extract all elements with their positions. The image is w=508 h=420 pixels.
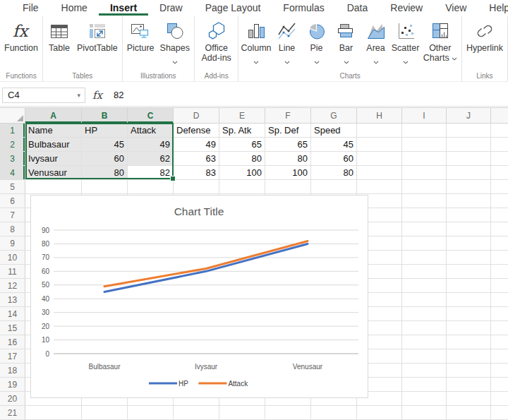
cell-a2[interactable]: Bulbasaur [25,138,82,152]
row-header-11[interactable]: 11 [0,265,25,279]
cell-partial-4[interactable] [491,166,508,180]
cell-j20[interactable] [447,392,491,406]
cell-h3[interactable] [357,152,402,166]
cell-j19[interactable] [447,378,491,392]
tab-data[interactable]: Data [336,1,380,16]
col-header-a[interactable]: A [25,108,82,124]
row-header-7[interactable]: 7 [0,208,25,222]
cell-b5[interactable] [82,180,128,194]
cell-j1[interactable] [447,124,491,138]
shapes-button[interactable]: Shapes [158,19,192,60]
cell-j11[interactable] [447,265,491,279]
table-button[interactable]: Table [45,19,73,54]
cell-partial-6[interactable] [491,194,508,208]
cell-f1[interactable]: Sp. Def [265,124,311,138]
embedded-chart[interactable]: Chart Title0102030405060708090BulbasaurI… [30,195,368,398]
row-header-8[interactable]: 8 [0,222,25,236]
cell-j17[interactable] [447,349,491,364]
tab-help[interactable]: Help [478,1,508,16]
cell-i3[interactable] [402,152,447,166]
cell-i15[interactable] [402,321,447,335]
column-button[interactable]: Column [241,19,271,60]
cell-e1[interactable]: Sp. Atk [219,124,265,138]
tab-page-layout[interactable]: Page Layout [194,1,272,16]
area-button[interactable]: Area [362,19,390,60]
cell-f5[interactable] [265,180,311,194]
row-header-3[interactable]: 3 [0,152,25,166]
tab-view[interactable]: View [434,1,478,16]
cell-j7[interactable] [447,208,491,222]
cell-a21[interactable] [25,406,82,420]
cell-partial-13[interactable] [491,293,508,307]
hyperlink-button[interactable]: Hyperlink [464,19,505,54]
cell-b1[interactable]: HP [82,124,128,138]
cell-a1[interactable]: Name [25,124,82,138]
cell-i14[interactable] [402,307,447,321]
cell-i7[interactable] [402,208,447,222]
cell-i20[interactable] [402,392,447,406]
cell-j16[interactable] [447,335,491,349]
tab-review[interactable]: Review [379,1,434,16]
tab-draw[interactable]: Draw [148,1,194,16]
cell-i16[interactable] [402,335,447,349]
cell-j15[interactable] [447,321,491,335]
cell-f4[interactable]: 100 [265,166,311,180]
cell-i4[interactable] [402,166,447,180]
cell-i1[interactable] [402,124,447,138]
cell-i17[interactable] [402,349,447,364]
cell-b21[interactable] [82,406,128,420]
row-header-21[interactable]: 21 [0,406,25,420]
cell-g4[interactable]: 80 [311,166,357,180]
cell-partial-12[interactable] [491,279,508,293]
row-header-13[interactable]: 13 [0,293,25,307]
cell-g3[interactable]: 60 [311,152,357,166]
cell-partial-11[interactable] [491,265,508,279]
cell-g1[interactable]: Speed [311,124,357,138]
cell-j4[interactable] [447,166,491,180]
cell-c5[interactable] [128,180,174,194]
fill-handle[interactable] [170,176,176,181]
scatter-button[interactable]: Scatter [392,19,420,60]
cell-i9[interactable] [402,236,447,251]
cell-b4[interactable]: 80 [82,166,128,180]
cell-partial-2[interactable] [491,138,508,152]
cell-c21[interactable] [128,406,174,420]
row-header-6[interactable]: 6 [0,194,25,208]
cell-a3[interactable]: Ivysaur [25,152,82,166]
chevron-down-icon[interactable] [253,54,259,59]
col-header-h[interactable]: H [357,108,402,124]
cell-e2[interactable]: 65 [219,138,265,152]
chevron-down-icon[interactable] [314,54,320,59]
cell-j2[interactable] [447,138,491,152]
row-header-9[interactable]: 9 [0,236,25,251]
row-header-12[interactable]: 12 [0,279,25,293]
cell-partial-15[interactable] [491,321,508,335]
col-header-i[interactable]: I [402,108,447,124]
row-header-19[interactable]: 19 [0,378,25,392]
col-header-c[interactable]: C [128,108,174,124]
chevron-down-icon[interactable] [172,54,178,59]
cell-e5[interactable] [219,180,265,194]
cell-partial-3[interactable] [491,152,508,166]
line-button[interactable]: Line [273,19,301,60]
cell-i13[interactable] [402,293,447,307]
cell-c4[interactable]: 82 [128,166,174,180]
name-box[interactable]: C4 ▾ [2,88,85,103]
col-header-j[interactable]: J [447,108,491,124]
cell-h1[interactable] [357,124,402,138]
office-add-ins-button[interactable]: Office Add-ins [197,19,236,64]
row-header-5[interactable]: 5 [0,180,25,194]
cell-j21[interactable] [447,406,491,420]
cell-f21[interactable] [265,406,311,420]
row-header-15[interactable]: 15 [0,321,25,335]
tab-home[interactable]: Home [50,1,99,16]
col-header-b[interactable]: B [82,108,128,124]
cell-partial-14[interactable] [491,307,508,321]
cell-i8[interactable] [402,222,447,236]
cell-d2[interactable]: 49 [174,138,219,152]
tab-insert[interactable]: Insert [99,1,148,16]
cell-i21[interactable] [402,406,447,420]
tab-formulas[interactable]: Formulas [272,1,335,16]
cell-f3[interactable]: 80 [265,152,311,166]
pie-button[interactable]: Pie [303,19,331,60]
